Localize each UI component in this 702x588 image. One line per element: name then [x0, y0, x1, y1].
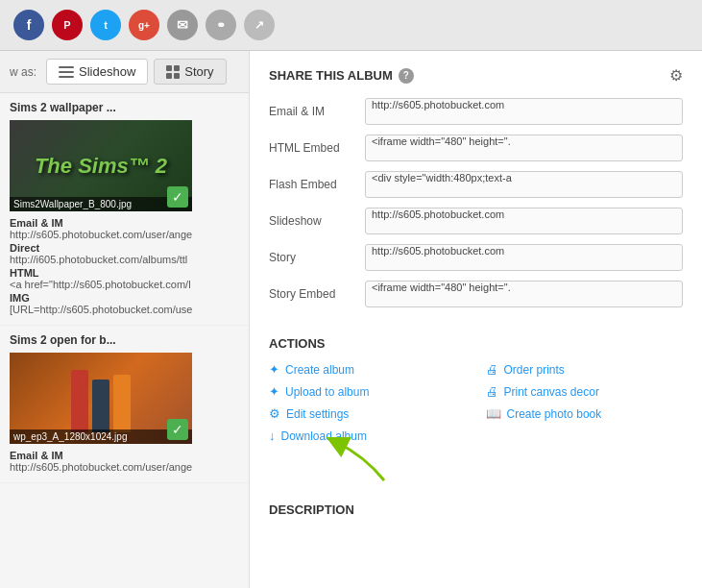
create-photobook-label: Create photo book — [507, 407, 602, 421]
facebook-icon[interactable]: f — [13, 10, 44, 40]
order-prints-icon: 🖨 — [486, 362, 498, 377]
person1 — [71, 370, 88, 432]
share-input-slideshow[interactable]: http://s605.photobucket.com — [365, 208, 683, 234]
album-1-img: IMG [URL=http://s605.photobucket.com/use — [10, 292, 239, 315]
twitter-icon[interactable]: t — [90, 10, 121, 40]
share-input-storyembed[interactable]: <iframe width="480" height=". — [365, 281, 683, 307]
actions-header: ACTIONS — [269, 336, 683, 351]
person2 — [92, 380, 109, 432]
description-header: DESCRIPTION — [269, 502, 683, 517]
help-badge[interactable]: ? — [399, 68, 414, 84]
share-label-flashembed: Flash Embed — [269, 178, 355, 191]
pinterest-icon[interactable]: P — [52, 10, 83, 40]
share-label-story: Story — [269, 251, 355, 264]
slideshow-toggle-label: Slideshow — [79, 64, 135, 79]
left-panel: w as: Slideshow Story Sims 2 wallpaper .… — [0, 51, 250, 588]
album-1-html-value: <a href="http://s605.photobucket.com/l — [10, 279, 211, 290]
share-input-story[interactable]: http://s605.photobucket.com — [365, 244, 683, 271]
album-1-title: Sims 2 wallpaper ... — [10, 101, 239, 114]
album-2-thumbnail[interactable]: wp_ep3_A_1280x1024.jpg — [10, 353, 192, 444]
album-2-title: Sims 2 open for b... — [10, 333, 239, 347]
album-1-check[interactable]: ✓ — [167, 186, 188, 208]
sims2-logo: The Sims™ 2 — [35, 154, 167, 179]
order-prints-action[interactable]: 🖨 Order prints — [486, 362, 684, 377]
slideshow-toggle-button[interactable]: Slideshow — [46, 59, 148, 85]
share-icon[interactable]: ↗ — [244, 10, 275, 40]
album-2-filename: wp_ep3_A_1280x1024.jpg — [10, 429, 192, 444]
share-row-htmlembed: HTML Embed <iframe width="480" height=". — [269, 135, 683, 161]
email-icon[interactable]: ✉ — [167, 10, 198, 40]
link-icon[interactable]: ⚭ — [206, 10, 236, 40]
story-toggle-icon — [166, 65, 180, 79]
album-2-emailim-value: http://s605.photobucket.com/user/ange — [10, 461, 211, 473]
main-content: w as: Slideshow Story Sims 2 wallpaper .… — [0, 51, 702, 588]
album-1-img-value: [URL=http://s605.photobucket.com/use — [10, 304, 211, 315]
share-input-flashembed[interactable]: <div style="width:480px;text-a — [365, 171, 683, 198]
people-silhouette — [71, 365, 131, 432]
print-canvas-icon: 🖨 — [486, 384, 498, 399]
album-1-emailim: Email & IM http://s605.photobucket.com/u… — [10, 217, 239, 240]
view-toggle: w as: Slideshow Story — [0, 51, 249, 93]
share-title-text: SHARE THIS ALBUM — [269, 68, 393, 83]
upload-icon: ✦ — [269, 384, 279, 399]
create-album-action[interactable]: ✦ Create album — [269, 362, 467, 377]
order-prints-label: Order prints — [504, 363, 565, 377]
print-canvas-label: Print canvas decor — [504, 385, 599, 399]
googleplus-icon[interactable]: g+ — [129, 10, 159, 40]
create-album-label: Create album — [285, 363, 354, 377]
arrow-annotation — [327, 437, 403, 485]
print-canvas-action[interactable]: 🖨 Print canvas decor — [486, 384, 684, 399]
album-2-emailim: Email & IM http://s605.photobucket.com/u… — [10, 450, 239, 473]
share-label-htmlembed: HTML Embed — [269, 141, 355, 155]
album-1-meta: Email & IM http://s605.photobucket.com/u… — [10, 217, 239, 315]
share-header: SHARE THIS ALBUM ? ⚙ — [269, 66, 683, 85]
create-photobook-action[interactable]: 📖 Create photo book — [486, 406, 684, 421]
share-row-flashembed: Flash Embed <div style="width:480px;text… — [269, 171, 683, 198]
album-item-2: Sims 2 open for b... wp_ep3_A_1280x1024.… — [0, 326, 249, 483]
share-row-storyembed: Story Embed <iframe width="480" height="… — [269, 281, 683, 307]
edit-settings-action[interactable]: ⚙ Edit settings — [269, 406, 467, 421]
download-icon: ↓ — [269, 429, 276, 443]
settings-gear-icon[interactable]: ⚙ — [669, 66, 683, 85]
slideshow-toggle-icon — [59, 66, 74, 78]
edit-settings-icon: ⚙ — [269, 406, 280, 421]
album-1-html: HTML <a href="http://s605.photobucket.co… — [10, 267, 239, 290]
actions-grid: ✦ Create album 🖨 Order prints ✦ Upload t… — [269, 362, 683, 443]
album-1-direct: Direct http://i605.photobucket.com/album… — [10, 242, 239, 265]
album-1-emailim-value: http://s605.photobucket.com/user/ange — [10, 229, 211, 240]
album-item-1: Sims 2 wallpaper ... The Sims™ 2 Sims2Wa… — [0, 93, 249, 326]
share-row-story: Story http://s605.photobucket.com — [269, 244, 683, 271]
album-1-thumbnail[interactable]: The Sims™ 2 Sims2Wallpaper_B_800.jpg — [10, 120, 192, 211]
create-photobook-icon: 📖 — [486, 406, 501, 421]
album-1-direct-value: http://i605.photobucket.com/albums/ttl — [10, 254, 211, 265]
share-label-slideshow: Slideshow — [269, 214, 355, 228]
share-row-slideshow: Slideshow http://s605.photobucket.com — [269, 208, 683, 234]
person3 — [113, 375, 131, 432]
share-label-emailim: Email & IM — [269, 105, 355, 118]
share-title: SHARE THIS ALBUM ? — [269, 68, 414, 84]
edit-settings-label: Edit settings — [286, 407, 349, 421]
album-1-filename: Sims2Wallpaper_B_800.jpg — [10, 197, 192, 211]
share-input-emailim[interactable]: http://s605.photobucket.com — [365, 98, 683, 125]
create-album-icon: ✦ — [269, 362, 279, 377]
share-rows: Email & IM http://s605.photobucket.com H… — [269, 98, 683, 307]
arrow-annotation-container — [269, 447, 683, 485]
right-panel: SHARE THIS ALBUM ? ⚙ Email & IM http://s… — [250, 51, 702, 588]
upload-album-label: Upload to album — [285, 385, 369, 399]
story-toggle-button[interactable]: Story — [154, 59, 226, 85]
upload-album-action[interactable]: ✦ Upload to album — [269, 384, 467, 399]
social-bar: f P t g+ ✉ ⚭ ↗ — [0, 0, 702, 51]
album-2-check[interactable]: ✓ — [167, 419, 188, 440]
view-label: w as: — [10, 65, 36, 79]
share-label-storyembed: Story Embed — [269, 287, 355, 301]
share-input-htmlembed[interactable]: <iframe width="480" height=". — [365, 135, 683, 161]
album-2-meta: Email & IM http://s605.photobucket.com/u… — [10, 450, 239, 473]
share-row-emailim: Email & IM http://s605.photobucket.com — [269, 98, 683, 125]
story-toggle-label: Story — [184, 64, 213, 79]
